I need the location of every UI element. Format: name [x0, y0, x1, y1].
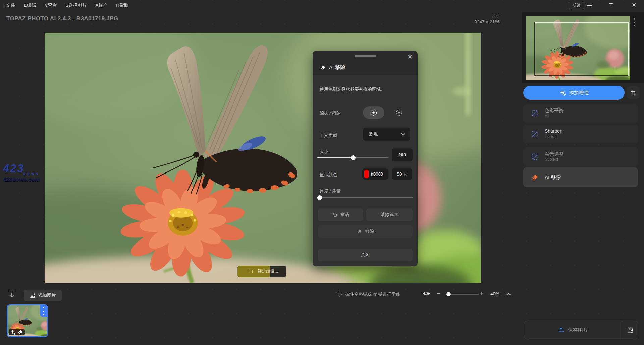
feedback-button[interactable]: 反馈 [569, 2, 584, 9]
remove-eraser-icon [357, 229, 362, 234]
zoom-level-value[interactable]: 40% [490, 291, 499, 296]
card-title: AI 移除 [545, 174, 561, 181]
navigator-menu-button[interactable] [634, 18, 635, 26]
menu-file[interactable]: F文件 [3, 2, 15, 8]
pan-hint-text: 按住空格键或 'h' 键进行平移 [345, 291, 400, 297]
zoom-out-button[interactable]: − [437, 290, 440, 297]
color-picker-field[interactable]: ff0000 [362, 168, 388, 180]
enhancement-card-color-balance[interactable]: 色彩平衡 All [523, 104, 638, 123]
menu-bar: F文件 E编辑 V查看 S选择图片 A账户 H帮助 [0, 0, 644, 10]
app-window: F文件 E编辑 V查看 S选择图片 A账户 H帮助 反馈 ✕ TOPAZ PHO… [0, 0, 644, 345]
dimensions-value: 3247 × 2166 [436, 19, 500, 25]
disabled-filter-icon [531, 153, 539, 161]
pan-move-icon [336, 291, 342, 297]
tool-type-label: 工具类型 [320, 133, 337, 139]
erase-mode-button[interactable] [395, 109, 403, 116]
remove-button[interactable]: 移除 [318, 225, 413, 238]
add-image-button[interactable]: 添加图片 [24, 290, 62, 301]
lock-editing-badge: （ ） 锁定编辑... [237, 266, 286, 277]
card-subtitle: All [545, 114, 564, 119]
remove-label: 移除 [365, 228, 374, 234]
menu-select-image[interactable]: S选择图片 [65, 2, 87, 8]
zoom-in-button[interactable]: + [480, 290, 483, 297]
save-image-label: 保存图片 [568, 327, 588, 333]
image-icon [30, 293, 36, 298]
eraser-icon [531, 174, 539, 181]
close-window-button[interactable]: ✕ [628, 0, 640, 10]
maximize-button[interactable] [605, 0, 618, 10]
zoom-panel-chevron-up[interactable] [506, 291, 511, 297]
add-enhancement-button[interactable]: 添加增强 [523, 86, 625, 100]
sparkles-plus-icon [559, 90, 566, 96]
undo-button[interactable]: 撤消 [318, 208, 363, 221]
navigator-thumbnail[interactable] [526, 16, 630, 80]
preview-eye-button[interactable] [422, 290, 431, 298]
tool-type-dropdown[interactable]: 常规 [363, 128, 410, 141]
enhancement-card-exposure[interactable]: 曝光调整 Subject [523, 147, 638, 166]
crop-icon [630, 90, 637, 96]
enhance-sparkles-icon [10, 329, 16, 335]
save-image-button[interactable]: 保存图片 [524, 321, 622, 339]
card-subtitle: Portrait [545, 134, 562, 140]
brush-subtract-icon [395, 109, 403, 116]
zoom-slider[interactable] [445, 294, 479, 295]
minimize-icon [587, 5, 592, 6]
opacity-value-box[interactable]: 50 % [392, 168, 412, 180]
enhancement-card-sharpen[interactable]: Sharpen Portrait [523, 125, 638, 143]
dimensions-label: 尺寸 [436, 13, 500, 19]
eraser-mini-icon [17, 329, 23, 335]
clear-selection-button[interactable]: 清除选区 [366, 208, 413, 221]
zoom-slider-thumb[interactable] [446, 292, 451, 296]
lock-label: 锁定编辑... [258, 269, 278, 274]
save-as-icon [627, 327, 634, 333]
card-title: 曝光调整 [545, 151, 564, 157]
size-slider[interactable] [317, 157, 388, 158]
color-hex-value: ff0000 [371, 171, 383, 177]
tool-type-value: 常规 [369, 131, 401, 137]
navigator-panel [522, 12, 644, 83]
size-label: 大小 [320, 149, 328, 155]
card-title: Sharpen [545, 128, 562, 134]
size-slider-thumb[interactable] [351, 155, 356, 160]
color-swatch[interactable] [364, 170, 369, 178]
display-color-label: 显示颜色 [320, 172, 337, 178]
size-value-box[interactable]: 203 [392, 148, 413, 161]
thumbnail-menu-button[interactable] [40, 305, 47, 317]
menu-account[interactable]: A账户 [95, 2, 107, 8]
chevron-down-icon [401, 133, 406, 136]
image-dimensions: 尺寸 3247 × 2166 [436, 13, 500, 25]
save-image-row: 保存图片 [524, 321, 638, 339]
navigator-viewport-rect[interactable] [535, 22, 629, 76]
save-as-button[interactable] [622, 321, 638, 339]
menu-help[interactable]: H帮助 [116, 2, 128, 8]
lock-spinner: （ ） [246, 269, 255, 274]
watermark: 423 DOWN 423down.com [3, 163, 40, 182]
opacity-unit: % [404, 172, 407, 176]
menu-view[interactable]: V查看 [45, 2, 57, 8]
import-queue-icon[interactable] [7, 290, 16, 301]
watermark-site: 423down.com [3, 177, 40, 182]
eraser-icon [320, 65, 326, 71]
brush-add-icon [370, 109, 377, 116]
dialog-header: ✕ AI 移除 [313, 51, 418, 75]
crop-button[interactable] [627, 86, 640, 99]
disabled-filter-icon [531, 130, 539, 138]
add-image-label: 添加图片 [38, 292, 56, 298]
drag-handle[interactable] [355, 55, 376, 57]
brush-mode-button[interactable] [363, 106, 384, 119]
dialog-title: AI 移除 [329, 64, 345, 71]
card-subtitle: Subject [545, 157, 564, 162]
speed-quality-slider[interactable] [317, 197, 413, 198]
dialog-close-action-button[interactable]: 关闭 [318, 249, 413, 261]
filmstrip-thumbnail-selected[interactable] [7, 304, 48, 337]
app-title: TOPAZ PHOTO AI 2.4.3 - R3A01719.JPG [6, 15, 118, 22]
minimize-button[interactable] [583, 0, 596, 10]
close-icon: ✕ [632, 2, 636, 8]
clear-selection-label: 清除选区 [381, 212, 398, 218]
upload-icon [558, 327, 564, 333]
speed-quality-thumb[interactable] [317, 195, 322, 200]
dialog-close-button[interactable]: ✕ [406, 52, 414, 61]
enhancement-card-ai-remove[interactable]: AI 移除 [523, 167, 638, 187]
menu-edit[interactable]: E编辑 [24, 2, 36, 8]
undo-label: 撤消 [340, 212, 349, 218]
